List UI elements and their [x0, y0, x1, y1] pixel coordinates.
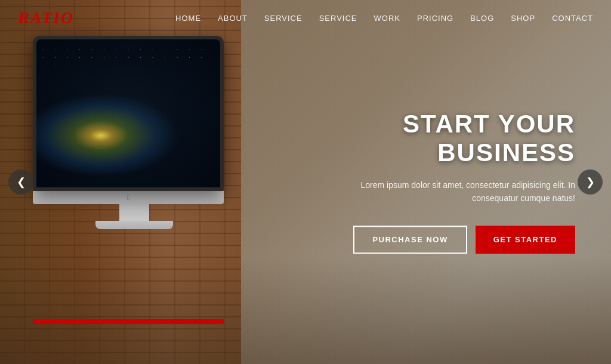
- imac-red-accent-bar: [33, 319, 224, 324]
- imac-mockup: : [33, 36, 236, 263]
- hero-section: RATIO HOME ABOUT SERVICE SERVICE WORK PR…: [0, 0, 611, 364]
- nav-links: HOME ABOUT SERVICE SERVICE WORK PRICING …: [175, 13, 593, 23]
- nav-item-about[interactable]: ABOUT: [218, 14, 248, 23]
- purchase-now-button[interactable]: PURCHASE NOW: [353, 226, 467, 254]
- imac-stand-neck: [119, 204, 149, 221]
- hero-title: START YOUR BUSINESS: [325, 110, 575, 168]
- get-started-button[interactable]: GET STARTED: [476, 226, 575, 254]
- nav-item-shop[interactable]: SHOP: [511, 14, 535, 23]
- hero-content: START YOUR BUSINESS Lorem ipsum dolor si…: [325, 110, 575, 254]
- imac-screen-inner: [36, 39, 220, 187]
- logo[interactable]: RATIO: [18, 8, 74, 27]
- nav-item-service2[interactable]: SERVICE: [319, 14, 357, 23]
- nav-item-home[interactable]: HOME: [175, 14, 201, 23]
- carousel-next-arrow[interactable]: ❯: [578, 169, 603, 195]
- nav-item-contact[interactable]: CONTACT: [552, 14, 593, 23]
- nav-item-blog[interactable]: BLOG: [470, 14, 494, 23]
- hero-subtitle: Lorem ipsum dolor sit amet, consectetur …: [325, 178, 575, 205]
- bottom-gradient-overlay: [0, 257, 611, 364]
- navbar: RATIO HOME ABOUT SERVICE SERVICE WORK PR…: [0, 0, 611, 36]
- carousel-prev-arrow[interactable]: ❮: [8, 169, 33, 195]
- chevron-right-icon: ❯: [586, 175, 595, 189]
- imac-stand-base: [95, 221, 173, 229]
- apple-logo-icon: : [124, 193, 132, 202]
- nav-item-service1[interactable]: SERVICE: [264, 14, 303, 23]
- hero-buttons: PURCHASE NOW GET STARTED: [325, 226, 575, 254]
- nav-item-work[interactable]: WORK: [374, 14, 400, 23]
- imac-screen-outer: [33, 36, 224, 191]
- imac-chin: : [33, 191, 224, 204]
- chevron-left-icon: ❮: [17, 175, 26, 189]
- nav-item-pricing[interactable]: PRICING: [417, 14, 453, 23]
- galaxy-wallpaper: [36, 39, 220, 187]
